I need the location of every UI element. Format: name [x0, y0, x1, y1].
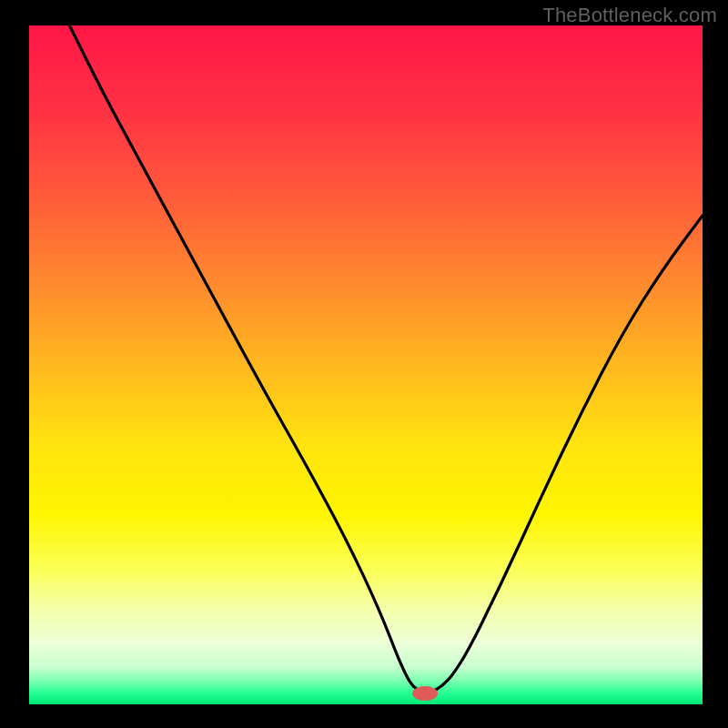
- chart-frame: TheBottleneck.com: [0, 0, 728, 728]
- plot-background: [29, 25, 703, 704]
- watermark-text: TheBottleneck.com: [542, 4, 717, 27]
- bottleneck-plot: [29, 25, 703, 704]
- optimal-marker: [412, 686, 438, 701]
